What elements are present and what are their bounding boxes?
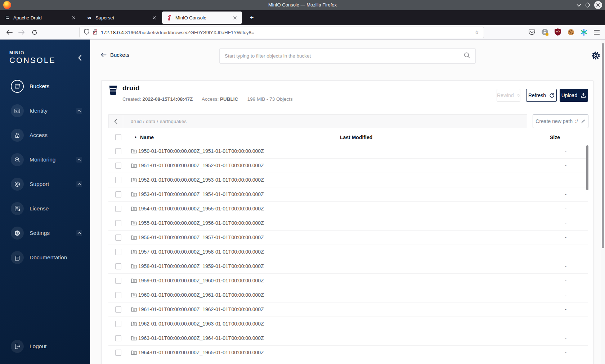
page-scrollbar-thumb[interactable]	[602, 43, 604, 248]
row-checkbox[interactable]	[115, 335, 121, 341]
row-checkbox[interactable]	[115, 235, 121, 241]
minimize-button[interactable]	[577, 2, 581, 8]
row-checkbox[interactable]	[115, 306, 121, 313]
new-tab-button[interactable]: +	[247, 13, 256, 22]
row-checkbox[interactable]	[115, 249, 121, 255]
extension-lock-icon[interactable]	[541, 28, 549, 36]
object-name[interactable]: 1963-01-01T00:00:00.000Z_1964-01-01T00:0…	[138, 335, 264, 341]
object-name[interactable]: 1959-01-01T00:00:00.000Z_1960-01-01T00:0…	[138, 278, 264, 283]
column-last-modified[interactable]: Last Modified	[340, 135, 372, 140]
page-scrollbar-track[interactable]	[601, 40, 605, 364]
maximize-button[interactable]	[585, 3, 590, 8]
cookie-icon[interactable]	[567, 28, 575, 36]
object-row[interactable]: 1955-01-01T00:00:00.000Z_1956-01-01T00:0…	[108, 216, 588, 231]
row-checkbox[interactable]	[115, 191, 121, 197]
object-name[interactable]: 1960-01-01T00:00:00.000Z_1961-01-01T00:0…	[138, 292, 264, 298]
object-row[interactable]: 1965-01-01T00:00:00.000Z_1966-01-01T00:0…	[108, 360, 588, 364]
object-row[interactable]: 1964-01-01T00:00:00.000Z_1965-01-01T00:0…	[108, 346, 588, 360]
tracking-shield-icon[interactable]	[84, 29, 89, 36]
pocket-icon[interactable]	[528, 28, 536, 36]
sidebar-collapse-icon[interactable]	[78, 55, 84, 61]
sidebar-item-identity[interactable]: Identity	[11, 104, 82, 117]
object-name[interactable]: 1954-01-01T00:00:00.000Z_1955-01-01T00:0…	[138, 206, 264, 211]
bookmark-star-icon[interactable]: ☆	[475, 29, 479, 36]
search-input[interactable]	[225, 53, 464, 59]
object-name[interactable]: 1962-01-01T00:00:00.000Z_1963-01-01T00:0…	[138, 321, 264, 327]
insecure-lock-icon[interactable]	[93, 29, 98, 36]
upload-button[interactable]: Upload	[560, 89, 588, 102]
object-row[interactable]: 1957-01-01T00:00:00.000Z_1958-01-01T00:0…	[108, 245, 588, 259]
tab-close-icon[interactable]	[231, 14, 238, 21]
back-icon[interactable]	[5, 28, 14, 37]
back-to-buckets-link[interactable]: Buckets	[101, 52, 129, 58]
rewind-button[interactable]: Rewind	[497, 89, 520, 102]
chevron-up-icon[interactable]	[76, 230, 82, 236]
object-row[interactable]: 1963-01-01T00:00:00.000Z_1964-01-01T00:0…	[108, 331, 588, 346]
chevron-up-icon[interactable]	[76, 108, 82, 114]
console-settings-gear-icon[interactable]	[591, 50, 601, 60]
path-back-chevron-icon[interactable]	[109, 115, 123, 128]
object-row[interactable]: 1953-01-01T00:00:00.000Z_1954-01-01T00:0…	[108, 187, 588, 202]
row-checkbox[interactable]	[115, 220, 121, 226]
object-name[interactable]: 1956-01-01T00:00:00.000Z_1957-01-01T00:0…	[138, 235, 264, 240]
object-filter-search[interactable]	[219, 48, 476, 64]
row-checkbox[interactable]	[115, 278, 121, 284]
object-name[interactable]: 1964-01-01T00:00:00.000Z_1965-01-01T00:0…	[138, 350, 264, 355]
tab-apache-druid[interactable]: Apache Druid	[0, 10, 81, 25]
create-new-path-button[interactable]: Create new path :/	[533, 114, 588, 128]
object-row[interactable]: 1959-01-01T00:00:00.000Z_1960-01-01T00:0…	[108, 274, 588, 288]
object-row[interactable]: 1951-01-01T00:00:00.000Z_1952-01-01T00:0…	[108, 159, 588, 173]
row-checkbox[interactable]	[115, 177, 121, 183]
object-name[interactable]: 1952-01-01T00:00:00.000Z_1953-01-01T00:0…	[138, 177, 264, 183]
object-name[interactable]: 1957-01-01T00:00:00.000Z_1958-01-01T00:0…	[138, 249, 264, 255]
row-checkbox[interactable]	[115, 148, 121, 154]
object-row[interactable]: 1961-01-01T00:00:00.000Z_1962-01-01T00:0…	[108, 302, 588, 317]
object-name[interactable]: 1961-01-01T00:00:00.000Z_1962-01-01T00:0…	[138, 306, 264, 312]
refresh-button[interactable]: Refresh	[526, 89, 557, 102]
tab-minio-console[interactable]: MinIO Console	[162, 12, 242, 24]
column-size[interactable]: Size	[550, 135, 560, 140]
object-row[interactable]: 1956-01-01T00:00:00.000Z_1957-01-01T00:0…	[108, 231, 588, 245]
table-scrollbar[interactable]	[586, 145, 588, 190]
row-checkbox[interactable]	[115, 163, 121, 169]
sort-asc-icon[interactable]: ▲	[134, 135, 137, 139]
sidebar-item-documentation[interactable]: Documentation	[11, 251, 82, 264]
column-name[interactable]: Name	[140, 135, 154, 140]
object-row[interactable]: 1958-01-01T00:00:00.000Z_1959-01-01T00:0…	[108, 259, 588, 274]
sidebar-item-access[interactable]: Access	[11, 129, 82, 142]
asterisk-extension-icon[interactable]	[580, 28, 588, 36]
menu-hamburger-icon[interactable]	[593, 28, 601, 36]
sidebar-item-buckets[interactable]: Buckets	[11, 80, 82, 93]
tab-superset[interactable]: ∞ Superset	[82, 10, 161, 25]
breadcrumb[interactable]: druid / data / earthquakes	[123, 119, 187, 124]
reload-icon[interactable]	[30, 28, 39, 37]
object-name[interactable]: 1958-01-01T00:00:00.000Z_1959-01-01T00:0…	[138, 263, 264, 269]
object-row[interactable]: 1954-01-01T00:00:00.000Z_1955-01-01T00:0…	[108, 202, 588, 216]
select-all-checkbox[interactable]	[115, 134, 121, 140]
row-checkbox[interactable]	[115, 321, 121, 327]
tab-close-icon[interactable]	[70, 14, 77, 21]
chevron-up-icon[interactable]	[76, 181, 82, 187]
object-row[interactable]: 1962-01-01T00:00:00.000Z_1963-01-01T00:0…	[108, 317, 588, 331]
sidebar-item-license[interactable]: License	[11, 202, 82, 215]
forward-icon[interactable]	[17, 28, 26, 37]
url-bar[interactable]: 172.18.0.4:31664/buckets/druid/browse/ZG…	[80, 27, 484, 38]
object-name[interactable]: 1950-01-01T00:00:00.000Z_1951-01-01T00:0…	[138, 148, 264, 154]
object-name[interactable]: 1955-01-01T00:00:00.000Z_1956-01-01T00:0…	[138, 220, 264, 226]
sidebar-item-monitoring[interactable]: Monitoring	[11, 153, 82, 166]
object-row[interactable]: 1960-01-01T00:00:00.000Z_1961-01-01T00:0…	[108, 288, 588, 302]
chevron-up-icon[interactable]	[76, 157, 82, 163]
object-name[interactable]: 1951-01-01T00:00:00.000Z_1952-01-01T00:0…	[138, 163, 264, 168]
row-checkbox[interactable]	[115, 263, 121, 269]
sidebar-item-support[interactable]: Support	[11, 178, 82, 191]
row-checkbox[interactable]	[115, 350, 121, 356]
ublock-icon[interactable]: uO	[554, 28, 562, 36]
row-checkbox[interactable]	[115, 206, 121, 212]
object-row[interactable]: 1952-01-01T00:00:00.000Z_1953-01-01T00:0…	[108, 173, 588, 187]
object-name[interactable]: 1953-01-01T00:00:00.000Z_1954-01-01T00:0…	[138, 191, 264, 197]
sidebar-item-settings[interactable]: Settings	[11, 227, 82, 240]
tab-close-icon[interactable]	[151, 14, 158, 21]
object-row[interactable]: 1950-01-01T00:00:00.000Z_1951-01-01T00:0…	[108, 144, 588, 159]
close-button[interactable]	[594, 1, 602, 9]
sidebar-item-logout[interactable]: Logout	[11, 340, 82, 353]
